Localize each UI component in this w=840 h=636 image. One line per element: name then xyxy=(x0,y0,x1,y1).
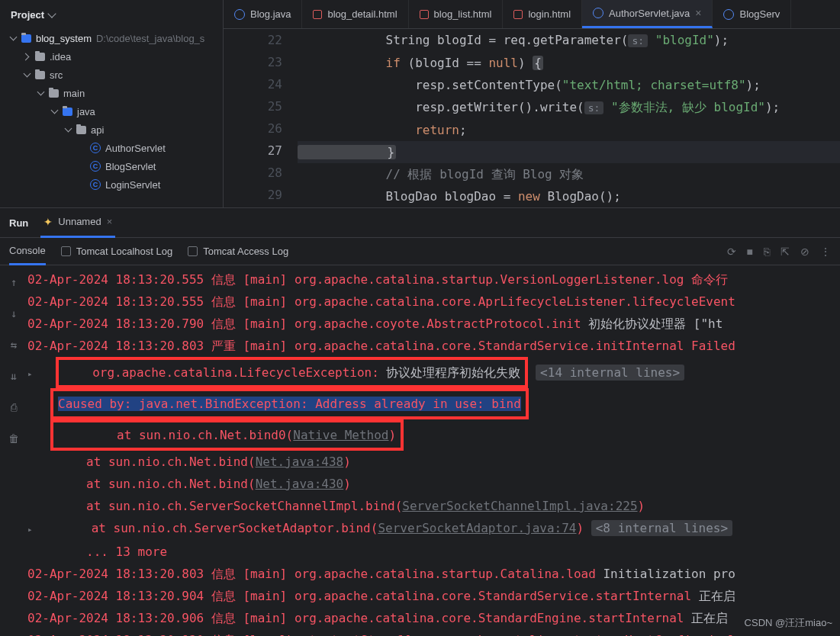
tab-tomcat-access[interactable]: Tomcat Access Log xyxy=(188,238,288,265)
twist-icon[interactable] xyxy=(37,89,44,97)
tree-row[interactable]: src xyxy=(0,66,223,84)
scroll-end-icon[interactable]: ⇊ xyxy=(11,365,17,387)
tab-blog-list[interactable]: blog_list.html xyxy=(409,0,504,28)
tree-label: BlogServlet xyxy=(105,161,156,172)
more-icon[interactable]: ⋮ xyxy=(820,246,831,258)
export-icon[interactable]: ⇱ xyxy=(780,246,790,258)
java-icon xyxy=(723,9,734,20)
tree-label: main xyxy=(63,88,85,99)
folder-icon xyxy=(21,34,31,43)
twist-icon[interactable] xyxy=(23,53,31,60)
html-icon xyxy=(420,10,429,19)
chevron-down-icon xyxy=(47,9,56,18)
scroll-up-icon[interactable]: ↑ xyxy=(11,271,17,294)
project-label: Project xyxy=(11,9,44,21)
tree-label: AuthorServlet xyxy=(105,143,166,154)
tree-row[interactable]: api xyxy=(0,120,223,139)
tree-path: D:\code\test_java\blog_s xyxy=(96,33,204,44)
twist-icon[interactable] xyxy=(9,34,17,42)
tab-author-servlet[interactable]: AuthorServlet.java× xyxy=(582,0,713,28)
tree-file[interactable]: C LoginServlet xyxy=(0,175,223,194)
project-sidebar: Project blog_system D:\code\test_java\bl… xyxy=(0,0,224,207)
tab-blog-serv[interactable]: BlogServ xyxy=(713,0,791,28)
tree-label: java xyxy=(77,106,95,117)
twist-icon[interactable] xyxy=(64,126,72,133)
html-icon xyxy=(513,10,523,19)
class-icon: C xyxy=(90,179,101,190)
expand-icon[interactable]: ▸ xyxy=(27,369,33,379)
console-gutter: ↑ ↓ ⇆ ⇊ ⎙ 🗑 xyxy=(0,265,27,636)
console-output: ↑ ↓ ⇆ ⇊ ⎙ 🗑 02-Apr-2024 18:13:20.555 信息 … xyxy=(0,265,840,636)
tab-tomcat-localhost[interactable]: Tomcat Localhost Log xyxy=(61,238,172,265)
run-config-tab[interactable]: ✦ Unnamed × xyxy=(40,207,115,238)
tab-console[interactable]: Console xyxy=(9,238,46,265)
tree-label: LoginServlet xyxy=(105,179,160,191)
log-icon xyxy=(188,246,198,256)
print-icon[interactable]: ⎙ xyxy=(11,397,17,419)
tree-label: blog_system xyxy=(36,33,92,44)
clear-icon[interactable]: ⊘ xyxy=(800,246,809,258)
rerun-icon[interactable]: ⟳ xyxy=(727,246,736,258)
class-icon: C xyxy=(90,161,101,172)
run-label[interactable]: Run xyxy=(9,217,28,229)
java-icon xyxy=(593,8,603,18)
gutter: 2223242526272829 xyxy=(224,29,298,207)
tree-root[interactable]: blog_system D:\code\test_java\blog_s xyxy=(0,29,223,47)
camera-icon[interactable]: ⎘ xyxy=(764,246,770,258)
java-icon xyxy=(234,9,245,20)
folder-icon xyxy=(49,89,59,98)
close-icon[interactable]: × xyxy=(107,216,113,227)
code-editor[interactable]: 2223242526272829 String blogId = req.get… xyxy=(224,29,840,207)
bug-icon: ✦ xyxy=(43,216,53,228)
file-tree[interactable]: blog_system D:\code\test_java\blog_s .id… xyxy=(0,29,223,207)
html-icon xyxy=(313,10,322,19)
tree-row[interactable]: .idea xyxy=(0,47,223,66)
run-toolwindow-header: Run ✦ Unnamed × xyxy=(0,207,840,238)
expand-icon[interactable]: ▸ xyxy=(27,525,33,535)
tree-label: .idea xyxy=(50,51,71,63)
package-icon xyxy=(76,126,86,134)
class-icon: C xyxy=(90,143,101,153)
folder-icon xyxy=(35,71,45,79)
twist-icon[interactable] xyxy=(23,71,31,79)
tree-label: api xyxy=(91,124,104,136)
soft-wrap-icon[interactable]: ⇆ xyxy=(11,334,17,356)
editor-pane: Blog.java blog_detail.html blog_list.htm… xyxy=(224,0,840,207)
console-tabs: Console Tomcat Localhost Log Tomcat Acce… xyxy=(0,238,840,265)
watermark: CSDN @汪汪miao~ xyxy=(745,616,832,630)
log-icon xyxy=(61,246,71,256)
project-header[interactable]: Project xyxy=(0,0,223,29)
twist-icon[interactable] xyxy=(50,108,58,115)
code-lines[interactable]: String blogId = req.getParameter(s: "blo… xyxy=(298,29,840,207)
folder-icon xyxy=(35,53,45,61)
console-toolbar: ⟳ ■ ⎘ ⇱ ⊘ ⋮ xyxy=(727,246,831,258)
tab-blog-java[interactable]: Blog.java xyxy=(224,0,302,28)
scroll-down-icon[interactable]: ↓ xyxy=(11,303,17,325)
tree-file[interactable]: C BlogServlet xyxy=(0,157,223,175)
tab-login[interactable]: login.html xyxy=(503,0,582,28)
console-log[interactable]: 02-Apr-2024 18:13:20.555 信息 [main] org.a… xyxy=(27,265,840,636)
trash-icon[interactable]: 🗑 xyxy=(8,428,19,450)
close-icon[interactable]: × xyxy=(695,7,701,19)
tree-label: src xyxy=(50,69,63,81)
tree-row[interactable]: java xyxy=(0,102,223,120)
stop-icon[interactable]: ■ xyxy=(747,246,753,258)
tab-blog-detail[interactable]: blog_detail.html xyxy=(302,0,408,28)
tree-file[interactable]: C AuthorServlet xyxy=(0,139,223,157)
editor-tabs: Blog.java blog_detail.html blog_list.htm… xyxy=(224,0,840,29)
folder-icon xyxy=(63,108,72,116)
tree-row[interactable]: main xyxy=(0,84,223,102)
